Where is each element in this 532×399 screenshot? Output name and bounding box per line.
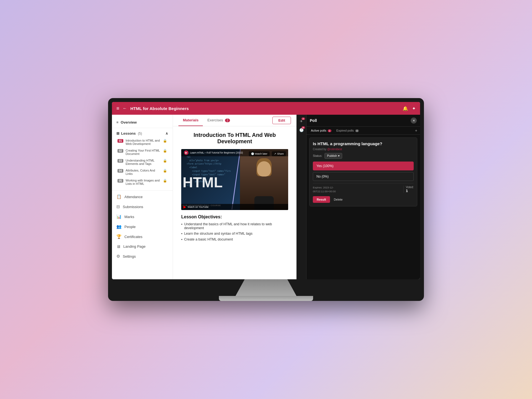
bullet-icon: • — [181, 222, 182, 226]
poll-status-row: Status: Publish ▾ — [313, 153, 414, 159]
landing-page-label: Landing Page — [123, 244, 145, 249]
lock-icon-05: 🔒 — [163, 179, 167, 183]
back-icon[interactable]: ← — [123, 106, 127, 111]
sidebar-item-certificates[interactable]: 🏆 Certificates — [112, 232, 173, 242]
video-left-half: <div id="contact"> <al alt="photo from y… — [181, 149, 240, 210]
lesson-num-02: 02 — [117, 149, 123, 153]
edit-button[interactable]: Edit — [272, 117, 291, 124]
bullet-icon: • — [181, 238, 182, 242]
notification-icon[interactable]: 🔔 — [403, 106, 408, 111]
video-thumbnail: ▶ Learn HTML – Full Tutorial for Beginne… — [181, 149, 288, 210]
send-badge: 2 — [301, 117, 305, 120]
tab-materials[interactable]: Materials — [178, 115, 203, 126]
rp-icon-clock[interactable]: 🕐 5 — [297, 126, 306, 134]
lesson-num-04: 04 — [117, 169, 123, 173]
list-item: • Create a basic HTML document — [181, 237, 288, 242]
lock-icon-02: 🔒 — [163, 149, 167, 153]
sidebar-item-landing-page[interactable]: 🖥 Landing Page — [112, 242, 173, 251]
status-select[interactable]: Publish ▾ — [324, 153, 342, 159]
sidebar-item-submissions[interactable]: ⊟ Submissions — [112, 202, 173, 212]
objective-3: Create a basic HTML document — [184, 237, 233, 241]
poll-close-button[interactable]: ✕ — [411, 117, 417, 124]
objective-1: Understand the basics of HTML and how it… — [184, 222, 288, 230]
objectives-list: • Understand the basics of HTML and how … — [181, 222, 288, 242]
list-item[interactable]: 02 Creating Your First HTML Document 🔒 — [116, 147, 168, 157]
content-tabs-bar: Materials Exercises 2 Edit — [173, 115, 296, 126]
watch-later-button[interactable]: 🕐 Watch later — [249, 151, 270, 156]
add-poll-button[interactable]: + — [415, 128, 417, 133]
people-label: People — [124, 225, 135, 229]
lessons-list: 01 Introduction to HTML and Web Developm… — [116, 137, 168, 187]
video-logo-bar: ▶ Watch on YouTube — [181, 204, 288, 210]
right-panel: ✈ 2 🕐 5 Poll ✕ — [296, 115, 420, 279]
lesson-num-03: 03 — [117, 159, 123, 163]
rp-icon-send[interactable]: ✈ 2 — [297, 117, 306, 125]
bullet-icon: • — [181, 232, 182, 236]
publish-label: Publish — [327, 154, 337, 157]
marks-label: Marks — [124, 215, 134, 219]
objectives-title: Lesson Objectives: — [181, 214, 288, 219]
tabs-group: Materials Exercises 2 — [178, 115, 234, 126]
overview-icon: ≡ — [116, 120, 119, 124]
top-bar-actions: 🔔 ✦ — [403, 106, 416, 111]
video-container[interactable]: ▶ Learn HTML – Full Tutorial for Beginne… — [181, 149, 288, 210]
content-area: Materials Exercises 2 Edit Introduction … — [173, 115, 296, 279]
lessons-label: Lessons — [121, 131, 136, 135]
list-item[interactable]: 01 Introduction to HTML and Web Developm… — [116, 137, 168, 147]
settings-icon: ⚙ — [116, 254, 120, 259]
poll-option-yes[interactable]: Yes (100%) — [313, 162, 414, 170]
poll-tab-active[interactable]: Active polls 1 — [309, 128, 333, 133]
lesson-num-05: 05 — [117, 179, 123, 183]
channel-logo: ▶ — [184, 150, 188, 155]
delete-button[interactable]: Delete — [332, 196, 344, 203]
video-channel-title: Learn HTML – Full Tutorial for Beginners… — [190, 151, 243, 154]
clock-icon: 🕐 — [251, 152, 254, 155]
clock-badge: 5 — [301, 126, 305, 129]
sidebar-item-marks[interactable]: 📊 Marks — [112, 212, 173, 222]
list-item[interactable]: 03 Understanding HTML Elements and Tags … — [116, 157, 168, 167]
theme-icon[interactable]: ✦ — [412, 106, 416, 111]
lesson-title: Introduction To HTML And Web Development — [181, 132, 288, 145]
lock-icon-04: 🔒 — [163, 169, 167, 173]
lessons-collapse-icon[interactable]: ∧ — [165, 131, 168, 135]
lessons-header[interactable]: ⊞ Lessons (5) ∧ — [116, 131, 168, 135]
sidebar-item-people[interactable]: 👥 People — [112, 222, 173, 232]
poll-tab-expired[interactable]: Expired polls 4 — [335, 128, 360, 133]
sidebar-item-settings[interactable]: ⚙ Settings — [112, 251, 173, 261]
expired-polls-label: Expired polls — [336, 129, 354, 132]
poll-option-no[interactable]: No (0%) — [313, 172, 414, 181]
certificates-icon: 🏆 — [116, 234, 122, 239]
people-icon: 👥 — [116, 224, 122, 229]
lesson-title-02: Creating Your First HTML Document — [126, 149, 161, 155]
poll-meta: Expires: 2023-12- 05T22:11:00+00:00 Vote… — [313, 183, 414, 194]
creator-prefix: Created by — [313, 148, 327, 151]
poll-actions: Result Delete — [313, 196, 414, 203]
person-image — [240, 149, 288, 210]
share-button[interactable]: ↗ Share — [272, 151, 286, 156]
status-label: Status: — [313, 154, 322, 157]
tab-exercises[interactable]: Exercises 2 — [203, 115, 234, 126]
share-label: Share — [277, 152, 284, 155]
share-icon: ↗ — [274, 152, 276, 155]
lock-icon-03: 🔒 — [163, 159, 167, 163]
lessons-title-group: ⊞ Lessons (5) — [116, 131, 142, 135]
settings-label: Settings — [123, 254, 136, 259]
person-head — [257, 161, 271, 177]
monitor-base — [219, 296, 313, 301]
menu-icon[interactable]: ≡ — [116, 106, 119, 111]
right-panel-icons: ✈ 2 🕐 5 — [296, 115, 306, 279]
expires-value: 05T22:11:00+00:00 — [313, 190, 336, 193]
marks-icon: 📊 — [116, 214, 122, 219]
tab-materials-label: Materials — [183, 118, 198, 122]
sidebar-item-overview[interactable]: ≡ Overview — [112, 118, 173, 127]
poll-panel: Poll ✕ Active polls 1 Expired polls 4 — [306, 115, 420, 279]
result-button[interactable]: Result — [313, 196, 330, 203]
expires-label: Expires: 2023-12- — [313, 186, 334, 189]
course-title: HTML for Absolute Beginners — [131, 106, 399, 111]
list-item[interactable]: 05 Working with Images and Lists in HTML… — [116, 177, 168, 187]
lesson-title-01: Introduction to HTML and Web Development — [126, 139, 161, 145]
expired-polls-count: 4 — [355, 129, 359, 132]
list-item[interactable]: 04 Attributes, Colors And Links 🔒 — [116, 167, 168, 177]
sidebar-item-attendance[interactable]: 📋 Attendance — [112, 192, 173, 202]
exercises-badge: 2 — [225, 119, 230, 122]
